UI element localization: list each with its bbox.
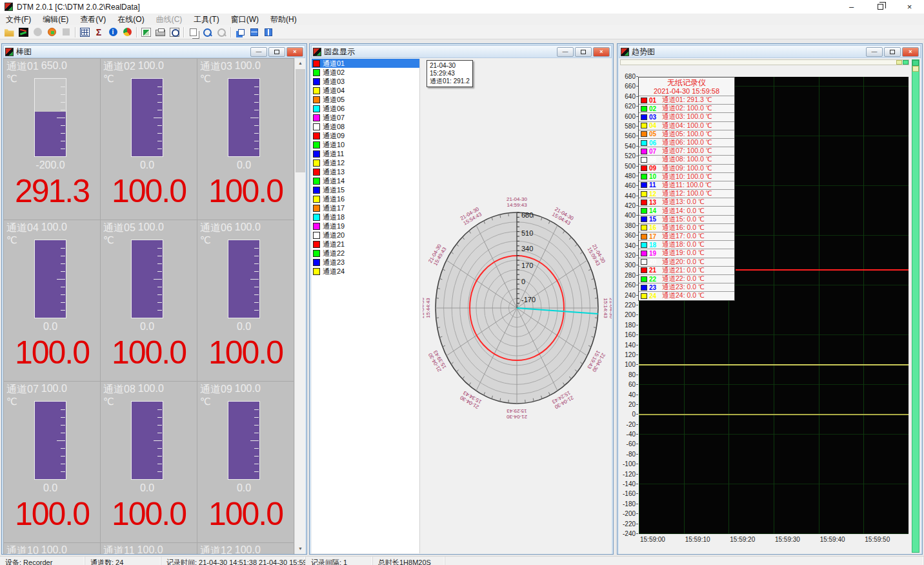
legend-channel-value: 通道24: 0.0 ℃ [662,291,705,300]
trend-horizontal-scrollbar[interactable] [620,59,909,65]
info-button[interactable]: i [106,26,120,39]
channel-list-item[interactable]: 通道06 [312,104,419,113]
channel-list-item[interactable]: 通道08 [312,122,419,131]
tilev-button[interactable] [261,26,276,39]
disk-display-titlebar[interactable]: 圆盘显示 — × [311,45,612,58]
channel-list-item[interactable]: 通道21 [312,240,419,249]
minimize-icon[interactable]: – [837,0,866,14]
child-maximize-icon[interactable] [268,47,285,57]
y-axis-tick: 560 [619,133,636,139]
channel-list-item[interactable]: 通道03 [312,77,419,86]
stop-icon [63,28,70,36]
menu-item-编辑(E)[interactable]: 编辑(E) [37,14,74,25]
legend-channel-value: 通道19: 0.0 ℃ [662,249,705,258]
child-maximize-icon[interactable] [884,47,901,57]
cascade-button[interactable] [233,26,247,39]
close-icon[interactable]: × [895,0,924,14]
gauge-tick [57,118,65,118]
channel-list-item[interactable]: 通道11 [312,149,419,158]
child-minimize-icon[interactable]: — [250,47,267,57]
open-button[interactable] [2,26,16,39]
channel-list-item[interactable]: 通道05 [312,95,419,104]
menu-item-查看(V)[interactable]: 查看(V) [74,14,112,25]
gauge-track [131,78,163,157]
sigma-button[interactable]: Σ [92,26,106,39]
gauge-tick [61,271,65,272]
record-button[interactable] [45,26,59,39]
child-maximize-icon[interactable] [575,47,592,57]
menu-item-帮助(H)[interactable]: 帮助(H) [265,14,303,25]
channel-list-item[interactable]: 通道12 [312,158,419,167]
gauge-tick [254,149,259,149]
tileh-button[interactable] [247,26,261,39]
channel-list-item[interactable]: 通道14 [312,176,419,185]
menu-item-窗口(W)[interactable]: 窗口(W) [225,14,265,25]
scrollbar-thumb[interactable] [296,69,305,172]
channel-list-item[interactable]: 通道07 [312,113,419,122]
channel-list-item[interactable]: 通道15 [312,185,419,194]
menu-item-在线(O)[interactable]: 在线(O) [112,14,150,25]
restore-icon[interactable] [866,0,895,14]
channel-list-item[interactable]: 通道23 [312,258,419,267]
channel-list-item[interactable]: 通道22 [312,249,419,258]
trend-vertical-scrollbar[interactable] [912,59,919,553]
zoom-button[interactable] [200,26,214,39]
y-axis-tick: 220 [619,302,636,309]
channel-list-item[interactable]: 通道16 [312,194,419,203]
legend-color-swatch [641,157,647,163]
scroll-up-icon[interactable]: ▲ [295,58,305,68]
table-button[interactable] [77,26,92,39]
channel-list-item[interactable]: 通道20 [312,231,419,240]
y-axis-tick: 260 [619,282,636,289]
trend-legend: 无纸记录仪 2021-04-30 15:59:58 01通道01: 291.3 … [638,77,735,301]
legend-row: 23通道23: 0.0 ℃ [639,283,734,291]
child-minimize-icon[interactable]: — [557,47,574,57]
child-close-icon[interactable]: × [286,47,303,57]
export-button[interactable] [139,26,153,39]
channel-list-item[interactable]: 通道19 [312,221,419,231]
gauge-tick [154,279,162,280]
channel-list-item[interactable]: 通道09 [312,131,419,140]
trend-chart-titlebar[interactable]: 趋势图 — × [619,45,921,58]
pie-button[interactable] [120,26,134,39]
zoomoff-icon [217,28,226,37]
y-axis-tick: -200 [619,511,636,517]
hscroll-handle[interactable] [903,60,909,65]
spoke-time-label: 21-04-3015:44:43 [423,297,431,318]
print-button[interactable] [153,26,167,39]
channel-list-item[interactable]: 通道02 [312,68,419,77]
y-axis-tick: -60 [619,441,636,447]
channel-list-item[interactable]: 通道24 [312,267,419,276]
copy-button[interactable] [186,26,200,39]
channel-list-item[interactable]: 通道18 [312,212,419,221]
child-close-icon[interactable]: × [593,47,610,57]
child-minimize-icon[interactable]: — [866,47,883,57]
legend-channel-value: 通道04: 100.0 ℃ [662,121,712,130]
menu-item-工具(T)[interactable]: 工具(T) [188,14,225,25]
y-axis-tick: 480 [619,173,636,180]
status-segment: 记录间隔: 1 [306,557,373,565]
gauge-tick [61,256,65,256]
channel-list-item[interactable]: 通道13 [312,167,419,176]
channel-color-swatch [313,114,320,121]
menu-item-文件(F)[interactable]: 文件(F) [0,14,37,25]
hscroll-handle[interactable] [896,60,902,65]
channel-list-item[interactable]: 通道04 [312,86,419,95]
gauge-tick [61,302,65,303]
legend-color-swatch [641,123,647,128]
legend-channel-number: 06 [649,139,659,147]
bar-graph-titlebar[interactable]: 棒图 — × [3,45,305,58]
channel-list-item[interactable]: 通道01 [312,59,419,68]
vscroll-handle[interactable] [912,66,919,72]
child-close-icon[interactable]: × [902,47,919,57]
channel-list-item[interactable]: 通道17 [312,203,419,212]
bar-window-scrollbar[interactable]: ▲ ▼ [294,58,305,554]
gauge-tick [157,448,162,449]
curvefile-button[interactable] [16,26,30,39]
gauge-tick [61,102,65,103]
preview-button[interactable] [167,26,181,39]
vscroll-handle[interactable] [912,60,919,66]
channel-list-item[interactable]: 通道10 [312,140,419,149]
channel-color-swatch [313,223,320,230]
scroll-down-icon[interactable]: ▼ [295,544,305,554]
